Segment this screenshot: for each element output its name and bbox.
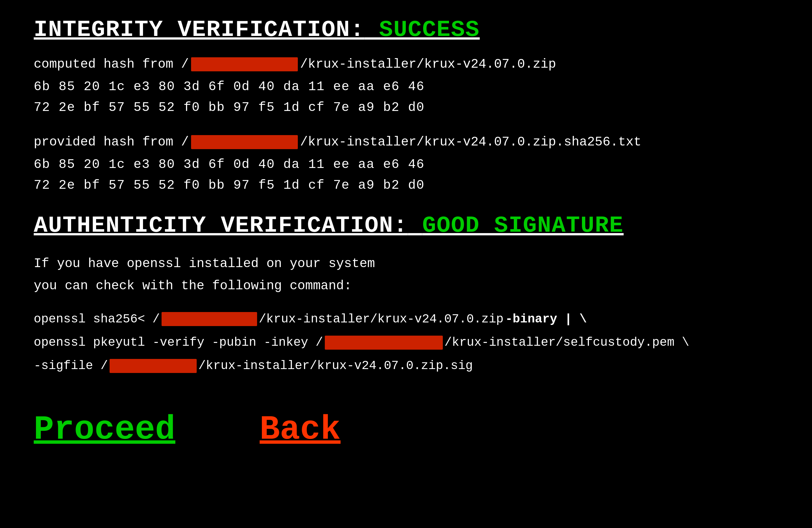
command-block: openssl sha256< / /krux-installer/krux-v… xyxy=(34,308,778,377)
buttons-row: Proceed Back xyxy=(34,411,778,449)
cmd-line3-prefix: -sigfile / xyxy=(34,355,108,377)
computed-hash-line2: 72 2e bf 57 55 52 f0 bb 97 f5 1d cf 7e a… xyxy=(34,98,778,118)
cmd-line1-suffix: /krux-installer/krux-v24.07.0.zip xyxy=(259,308,504,330)
provided-hash-suffix: /krux-installer/krux-v24.07.0.zip.sha256… xyxy=(300,135,641,149)
cmd-line2-suffix: /krux-installer/selfcustody.pem \ xyxy=(445,332,689,354)
openssl-info-line2: you can check with the following command… xyxy=(34,275,778,297)
provided-hash-redacted-path xyxy=(191,135,298,149)
provided-hash-line2: 72 2e bf 57 55 52 f0 bb 97 f5 1d cf 7e a… xyxy=(34,175,778,196)
integrity-verification-title: INTEGRITY VERIFICATION: SUCCESS xyxy=(34,17,778,43)
computed-hash-prefix: computed hash from / xyxy=(34,57,189,72)
back-button[interactable]: Back xyxy=(260,411,340,449)
provided-hash-source: provided hash from / /krux-installer/kru… xyxy=(34,135,778,149)
cmd-line3-redacted xyxy=(110,359,197,373)
cmd-line2-redacted xyxy=(325,336,443,350)
cmd-line2: openssl pkeyutl -verify -pubin -inkey / … xyxy=(34,332,778,354)
computed-hash-redacted-path xyxy=(191,57,298,71)
integrity-status: SUCCESS xyxy=(379,17,480,43)
authenticity-status: GOOD SIGNATURE xyxy=(422,212,624,239)
provided-hash-section: provided hash from / /krux-installer/kru… xyxy=(34,135,778,196)
cmd-line1-redacted xyxy=(162,312,257,326)
authenticity-verification-title: AUTHENTICITY VERIFICATION: GOOD SIGNATUR… xyxy=(34,212,778,239)
computed-hash-source: computed hash from / /krux-installer/kru… xyxy=(34,57,778,72)
openssl-info: If you have openssl installed on your sy… xyxy=(34,253,778,297)
provided-hash-line1: 6b 85 20 1c e3 80 3d 6f 0d 40 da 11 ee a… xyxy=(34,155,778,175)
computed-hash-values: 6b 85 20 1c e3 80 3d 6f 0d 40 da 11 ee a… xyxy=(34,77,778,118)
cmd-line2-prefix: openssl pkeyutl -verify -pubin -inkey / xyxy=(34,332,323,354)
openssl-info-line1: If you have openssl installed on your sy… xyxy=(34,253,778,275)
authenticity-title-label: AUTHENTICITY VERIFICATION: xyxy=(34,212,408,239)
computed-hash-section: computed hash from / /krux-installer/kru… xyxy=(34,57,778,118)
proceed-button[interactable]: Proceed xyxy=(34,411,175,449)
cmd-line1-end: -binary | \ xyxy=(505,308,587,330)
cmd-line3-suffix: /krux-installer/krux-v24.07.0.zip.sig xyxy=(198,355,473,377)
provided-hash-prefix: provided hash from / xyxy=(34,135,189,149)
integrity-title-label: INTEGRITY VERIFICATION: xyxy=(34,17,365,43)
cmd-line1: openssl sha256< / /krux-installer/krux-v… xyxy=(34,308,778,330)
computed-hash-suffix: /krux-installer/krux-v24.07.0.zip xyxy=(300,57,556,72)
cmd-line1-prefix: openssl sha256< / xyxy=(34,308,160,330)
computed-hash-line1: 6b 85 20 1c e3 80 3d 6f 0d 40 da 11 ee a… xyxy=(34,77,778,98)
cmd-line3: -sigfile / /krux-installer/krux-v24.07.0… xyxy=(34,355,778,377)
provided-hash-values: 6b 85 20 1c e3 80 3d 6f 0d 40 da 11 ee a… xyxy=(34,155,778,196)
